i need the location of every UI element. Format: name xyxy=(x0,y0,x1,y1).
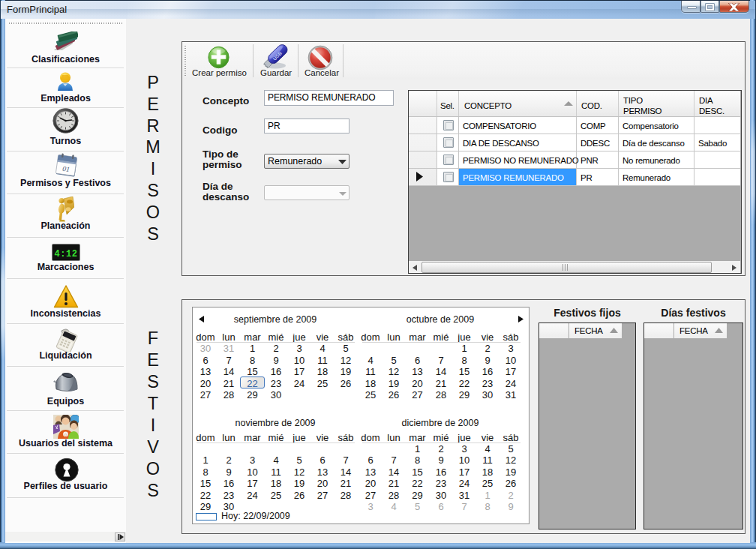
svg-text:☺: ☺ xyxy=(63,433,68,437)
svg-text:01: 01 xyxy=(62,165,70,173)
svg-text:4:12: 4:12 xyxy=(55,249,78,260)
